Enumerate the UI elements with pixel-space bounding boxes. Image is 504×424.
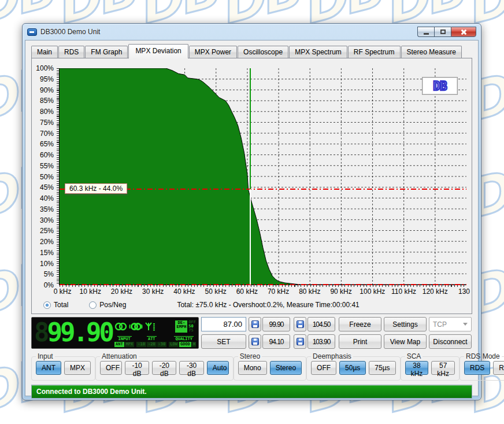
print-button[interactable]: Print	[339, 334, 381, 349]
preset-cell: 99.90	[249, 317, 290, 331]
toggle-mpx[interactable]: MPX	[64, 361, 91, 375]
tuner-row: 899.90	[31, 317, 472, 349]
baseline-marker-line	[60, 284, 466, 285]
toggle-auto[interactable]: Auto	[207, 361, 229, 375]
toggle-off[interactable]: OFF	[100, 361, 122, 375]
lcd-indicator-ant: ANT	[114, 342, 124, 347]
lcd-group-label: QUALITY	[174, 336, 194, 341]
lcd-indicator-low: LOW	[169, 342, 179, 347]
maximize-icon	[440, 30, 446, 34]
save-preset-button[interactable]	[294, 317, 306, 331]
radio-label: Total	[54, 301, 68, 309]
toggle-rbds[interactable]: RBDS	[493, 361, 504, 375]
toggle-50-s[interactable]: 50µs	[339, 361, 366, 375]
y-tick-label: 45%	[40, 183, 54, 191]
tab-rf-spectrum[interactable]: RF Spectrum	[348, 46, 401, 58]
maximize-button[interactable]	[434, 27, 451, 37]
connection-value: TCP	[433, 320, 447, 329]
settings-button[interactable]: Settings	[384, 317, 427, 331]
set-button[interactable]: SET	[201, 334, 246, 349]
y-tick-label: 90%	[40, 86, 54, 94]
tab-rds[interactable]: RDS	[58, 46, 84, 58]
lcd-group-input: INPUTANTMPX	[114, 336, 134, 347]
lcd-indicator-30: -30	[157, 342, 167, 347]
group-label-deemphasis: Deemphasis	[311, 352, 353, 360]
lcd-deemph-label: DE-EMPH	[175, 320, 187, 333]
tab-oscilloscope[interactable]: Oscilloscope	[238, 46, 288, 58]
freeze-button[interactable]: Freeze	[339, 317, 381, 331]
toggle-mono[interactable]: Mono	[238, 361, 267, 375]
toggle-stereo[interactable]: Stereo	[270, 361, 302, 375]
close-button[interactable]	[451, 27, 476, 37]
lcd-display: 899.90	[31, 317, 199, 349]
preset-button-104-50[interactable]: 104.50	[307, 317, 335, 331]
group-label-attenuation: Attenuation	[100, 352, 139, 360]
toggle-off[interactable]: OFF	[311, 361, 336, 375]
toggle-57-khz[interactable]: 57 kHz	[431, 361, 455, 375]
group-label-input: Input	[36, 352, 55, 360]
x-tick-label: 50 kHz	[205, 287, 226, 296]
group-buttons: ANTMPX	[36, 361, 91, 375]
group-buttons: OFF50µs75µs	[311, 361, 396, 375]
window-title: DB3000 Demo Unit	[40, 28, 100, 36]
cursor-vertical-line-upper	[250, 68, 251, 189]
title-bar[interactable]: DB3000 Demo Unit	[23, 24, 481, 40]
minimize-button[interactable]	[417, 27, 434, 37]
save-preset-button[interactable]	[294, 334, 306, 349]
save-preset-button[interactable]	[249, 317, 261, 331]
floppy-icon	[251, 338, 259, 345]
frequency-input[interactable]	[201, 317, 246, 331]
toggle-ant[interactable]: ANT	[36, 361, 61, 375]
y-tick-label: 15%	[40, 249, 54, 257]
tab-main[interactable]: Main	[31, 46, 58, 58]
radio-pos-neg[interactable]: Pos/Neg	[89, 301, 126, 309]
tab-mpx-deviation[interactable]: MPX Deviation	[128, 44, 188, 58]
deviation-chart[interactable]: 60.3 kHz - 44.0% DB	[59, 68, 466, 285]
toggle-10-db[interactable]: -10 dB	[125, 361, 149, 375]
cursor-tooltip: 60.3 kHz - 44.0%	[65, 183, 127, 194]
tab-stereo-measure[interactable]: Stereo Measure	[401, 46, 462, 58]
close-icon	[461, 29, 467, 35]
cursor-vertical-line-lower	[250, 189, 251, 285]
lcd-indicator-groups: INPUTANTMPXATT-10-20-30QUALITYLOWGOODHI	[114, 336, 196, 347]
preset-button-99-90[interactable]: 99.90	[262, 317, 290, 331]
lcd-frequency: 899.90	[34, 319, 112, 347]
y-tick-label: 35%	[40, 205, 54, 213]
toggle-38-khz[interactable]: 38 kHz	[405, 361, 429, 375]
view-map-button[interactable]: View Map	[384, 334, 427, 349]
lcd-group-items: -10-20-30	[136, 342, 166, 347]
brand-logo: DB	[422, 77, 458, 95]
lcd-indicator-20: -20	[147, 342, 157, 347]
y-tick-label: 75%	[40, 119, 54, 127]
x-tick-label: 20 kHz	[111, 287, 132, 296]
x-tick-label: 120 kHz	[423, 287, 448, 296]
tab-mpx-power[interactable]: MPX Power	[189, 46, 237, 58]
save-preset-button[interactable]	[249, 334, 261, 349]
y-tick-label: 70%	[40, 130, 54, 138]
group-label-stereo: Stereo	[238, 352, 262, 360]
lcd-group-label: ATT	[147, 336, 157, 341]
toggle-rds[interactable]: RDS	[464, 361, 490, 375]
preset-grid: 99.90104.5094.10103.90	[249, 317, 336, 349]
tab-mpx-spectrum[interactable]: MPX Spectrum	[289, 46, 347, 58]
x-tick-label: 90 kHz	[330, 287, 351, 296]
disconnect-button[interactable]: Disconnect	[429, 334, 472, 349]
toggle-20-db[interactable]: -20 dB	[152, 361, 176, 375]
app-icon	[27, 28, 37, 36]
floppy-icon	[251, 320, 259, 328]
radio-total[interactable]: Total	[43, 301, 68, 309]
stereo-rings-icon	[114, 322, 127, 331]
lcd-deemphasis-block: DE-EMPH OFF5075	[175, 320, 196, 333]
x-axis-labels: 0 kHz10 kHz20 kHz30 kHz40 kHz50 kHz60 kH…	[59, 287, 466, 296]
toggle-30-db[interactable]: -30 dB	[179, 361, 203, 375]
y-tick-label: 55%	[40, 162, 54, 170]
preset-button-103-90[interactable]: 103.90	[307, 334, 335, 349]
brand-logo-text: DB	[433, 79, 446, 93]
x-tick-label: 30 kHz	[142, 287, 164, 296]
preset-button-94-10[interactable]: 94.10	[262, 334, 290, 349]
connection-dropdown[interactable]: TCP	[429, 317, 472, 331]
lcd-indicator-mpx: MPX	[125, 342, 135, 347]
y-tick-label: 65%	[40, 140, 54, 148]
tab-fm-graph[interactable]: FM Graph	[85, 46, 128, 58]
toggle-75-s[interactable]: 75µs	[369, 361, 395, 375]
